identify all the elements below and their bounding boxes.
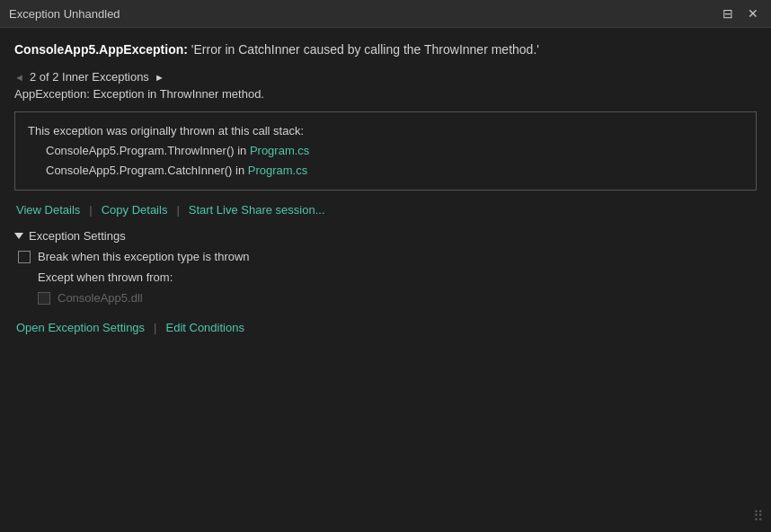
actions-row: View Details | Copy Details | Start Live… — [14, 203, 757, 217]
stack-line-2-link[interactable]: Program.cs — [248, 164, 307, 177]
call-stack-header: This exception was originally thrown at … — [28, 121, 743, 141]
title-bar-title: Exception Unhandled — [9, 7, 120, 21]
nav-right-arrow[interactable]: ► — [155, 72, 164, 83]
stack-line-1-link[interactable]: Program.cs — [250, 144, 309, 157]
open-settings-link[interactable]: Open Exception Settings — [14, 321, 146, 334]
inner-exception-description: AppException: Exception in ThrowInner me… — [14, 87, 757, 101]
title-bar: Exception Unhandled ⊟ ✕ — [0, 0, 771, 28]
close-button[interactable]: ✕ — [744, 5, 762, 22]
collapse-triangle-icon — [14, 233, 23, 239]
call-stack-box: This exception was originally thrown at … — [14, 111, 757, 191]
bottom-sep: | — [154, 321, 156, 334]
settings-header[interactable]: Exception Settings — [14, 229, 757, 243]
disabled-dll-checkbox — [38, 292, 50, 305]
exception-settings-section: Exception Settings Break when this excep… — [14, 229, 757, 334]
stack-line-2: ConsoleApp5.Program.CatchInner() in Prog… — [46, 161, 743, 181]
stack-line-1-prefix: ConsoleApp5.Program.ThrowInner() in — [46, 144, 250, 157]
resize-icon: ⠿ — [753, 508, 764, 525]
title-bar-controls: ⊟ ✕ — [719, 5, 762, 22]
live-share-link[interactable]: Start Live Share session... — [187, 203, 327, 217]
stack-line-2-prefix: ConsoleApp5.Program.CatchInner() in — [46, 164, 248, 177]
disabled-dll-label: ConsoleApp5.dll — [58, 291, 143, 305]
disabled-dll-row: ConsoleApp5.dll — [38, 291, 757, 305]
sep1: | — [89, 203, 92, 217]
break-exception-label: Break when this exception type is thrown — [38, 250, 250, 263]
view-details-link[interactable]: View Details — [14, 203, 82, 217]
main-content: ConsoleApp5.AppException: 'Error in Catc… — [0, 28, 771, 532]
except-when-label: Except when thrown from: — [38, 270, 757, 284]
edit-conditions-link[interactable]: Edit Conditions — [164, 321, 245, 334]
settings-label: Exception Settings — [29, 229, 126, 243]
nav-left-arrow[interactable]: ◄ — [14, 72, 24, 83]
exception-message: 'Error in CatchInner caused by calling t… — [188, 42, 539, 57]
exception-title: ConsoleApp5.AppException: 'Error in Catc… — [14, 40, 757, 59]
break-exception-checkbox[interactable] — [18, 251, 31, 263]
copy-details-link[interactable]: Copy Details — [100, 203, 170, 217]
pin-button[interactable]: ⊟ — [719, 5, 737, 22]
sep2: | — [176, 203, 179, 217]
break-exception-row: Break when this exception type is thrown — [18, 250, 757, 263]
bottom-actions: Open Exception Settings | Edit Condition… — [14, 321, 757, 334]
inner-exception-counter: 2 of 2 Inner Exceptions — [30, 70, 149, 84]
inner-exceptions-nav: ◄ 2 of 2 Inner Exceptions ► — [14, 70, 757, 84]
stack-line-1: ConsoleApp5.Program.ThrowInner() in Prog… — [46, 141, 743, 161]
exception-type: ConsoleApp5.AppException: — [14, 42, 188, 57]
